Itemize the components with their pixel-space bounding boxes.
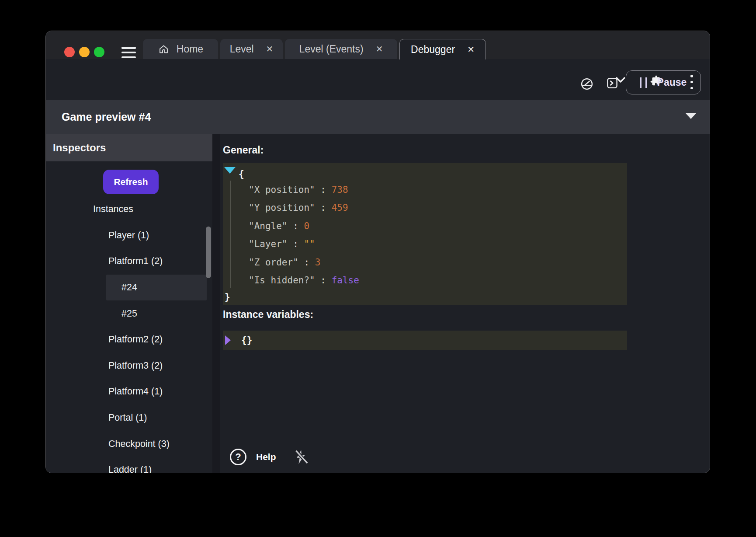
- tree-item-platform3-2[interactable]: Platform3 (2): [46, 353, 212, 379]
- tree-item-label: Platform4 (1): [108, 386, 163, 397]
- open-brace: {: [239, 168, 244, 180]
- tree-item-label: #24: [121, 282, 137, 293]
- instance-variables-label: Instance variables:: [223, 309, 313, 321]
- general-section-label: General:: [223, 144, 264, 156]
- tree-item-label: Ladder (1): [108, 464, 152, 473]
- property-list: "X position" : 738"Y position" : 459"Ang…: [249, 181, 359, 289]
- game-preview-label: Game preview #4: [62, 100, 151, 134]
- title-tab-bar: Home Level ✕ Level (Events) ✕ Debugger ✕: [46, 31, 710, 59]
- flash-off-icon[interactable]: [293, 448, 310, 466]
- property-separator: :: [315, 202, 332, 213]
- property-key: "Z order": [249, 257, 298, 268]
- collapse-arrow-icon[interactable]: [224, 167, 236, 174]
- hamburger-menu-icon[interactable]: [121, 47, 136, 58]
- property-row[interactable]: "Angle" : 0: [249, 217, 359, 235]
- instance-variables-value: {}: [241, 335, 252, 346]
- instances-tree: InstancesPlayer (1)Platform1 (2)#24#25Pl…: [46, 196, 212, 473]
- app-window: Home Level ✕ Level (Events) ✕ Debugger ✕: [45, 31, 710, 473]
- property-row[interactable]: "Is hidden?" : false: [249, 272, 359, 289]
- property-row[interactable]: "Y position" : 459: [249, 199, 359, 217]
- help-icon: ?: [230, 449, 246, 465]
- property-value: 459: [332, 202, 348, 213]
- property-separator: :: [315, 275, 332, 286]
- tree-item-portal-1[interactable]: Portal (1): [46, 405, 212, 431]
- close-icon[interactable]: ✕: [376, 44, 383, 54]
- tree-item-platform4-1[interactable]: Platform4 (1): [46, 379, 212, 405]
- property-separator: :: [288, 239, 304, 249]
- inspectors-header: Inspectors: [46, 134, 212, 161]
- close-icon[interactable]: ✕: [266, 44, 274, 54]
- sidebar-divider: [212, 134, 220, 473]
- property-separator: :: [298, 257, 315, 268]
- tree-item-label: Platform2 (2): [108, 334, 163, 345]
- tree-item-instances[interactable]: Instances: [46, 196, 212, 223]
- sidebar-scrollbar-thumb[interactable]: [206, 227, 211, 278]
- property-row[interactable]: "X position" : 738: [249, 181, 359, 199]
- property-key: "Is hidden?": [249, 275, 315, 286]
- pause-icon: [640, 77, 647, 88]
- pause-button[interactable]: Pause: [626, 70, 701, 94]
- refresh-button[interactable]: Refresh: [103, 170, 159, 194]
- tree-item-player-1[interactable]: Player (1): [46, 223, 212, 249]
- tree-item-label: #25: [121, 308, 137, 319]
- tree-item-platform1-2[interactable]: Platform1 (2): [46, 248, 212, 275]
- property-separator: :: [315, 185, 332, 195]
- tab-level-events[interactable]: Level (Events) ✕: [285, 39, 397, 59]
- tree-item-label: Player (1): [108, 230, 149, 241]
- tree-item-label: Checkpoint (3): [108, 439, 170, 450]
- property-key: "Angle": [249, 221, 288, 231]
- tab-debugger[interactable]: Debugger ✕: [399, 39, 486, 59]
- tree-item-platform2-2[interactable]: Platform2 (2): [46, 327, 212, 353]
- tree-item-label: Platform1 (2): [108, 256, 163, 267]
- tree-item-25[interactable]: #25: [46, 300, 212, 327]
- property-separator: :: [288, 221, 304, 231]
- console-icon[interactable]: [606, 77, 619, 90]
- minimize-window-button[interactable]: [79, 47, 90, 57]
- dropdown-caret-icon: [686, 113, 696, 119]
- inspectors-title: Inspectors: [53, 134, 106, 161]
- help-button-label: Help: [256, 452, 276, 462]
- general-properties-json: { "X position" : 738"Y position" : 459"A…: [223, 163, 627, 305]
- property-key: "Y position": [249, 202, 315, 213]
- tree-item-checkpoint-3[interactable]: Checkpoint (3): [46, 431, 212, 457]
- property-value: 738: [332, 185, 348, 195]
- instance-variables-json[interactable]: {}: [223, 331, 627, 350]
- property-key: "Layer": [249, 239, 288, 249]
- help-button[interactable]: ? Help: [230, 449, 276, 465]
- tab-label: Home: [177, 43, 203, 55]
- property-value: 0: [304, 221, 309, 231]
- tree-item-24[interactable]: #24: [46, 275, 212, 301]
- zoom-window-button[interactable]: [94, 47, 104, 57]
- tab-label: Level (Events): [299, 43, 364, 55]
- footer-row: ? Help: [230, 448, 310, 466]
- inspector-panel: General: { "X position" : 738"Y position…: [220, 134, 710, 473]
- pause-button-label: Pause: [657, 77, 687, 88]
- property-row[interactable]: "Layer" : "": [249, 235, 359, 253]
- home-icon: [158, 43, 170, 55]
- close-brace: }: [225, 291, 230, 303]
- tab-label: Debugger: [411, 44, 455, 56]
- inspectors-sidebar: Inspectors Refresh InstancesPlayer (1)Pl…: [46, 134, 212, 473]
- property-key: "X position": [249, 185, 315, 195]
- tree-item-ladder-1[interactable]: Ladder (1): [46, 457, 212, 473]
- close-window-button[interactable]: [64, 47, 75, 57]
- property-row[interactable]: "Z order" : 3: [249, 254, 359, 272]
- close-icon[interactable]: ✕: [467, 44, 475, 55]
- tab-level[interactable]: Level ✕: [220, 39, 283, 59]
- tab-strip: Home Level ✕ Level (Events) ✕ Debugger ✕: [143, 39, 486, 59]
- game-preview-selector[interactable]: Game preview #4: [46, 100, 710, 134]
- tree-item-label: Instances: [93, 204, 133, 215]
- tree-item-label: Portal (1): [108, 412, 147, 423]
- tree-guide-line: [230, 181, 231, 288]
- traffic-lights: [64, 47, 104, 57]
- profiler-gauge-icon[interactable]: [580, 77, 593, 91]
- tree-item-label: Platform3 (2): [108, 360, 163, 371]
- property-value: 3: [315, 257, 321, 268]
- tab-label: Level: [230, 43, 254, 55]
- expand-arrow-icon[interactable]: [225, 335, 231, 345]
- property-value: "": [304, 239, 315, 249]
- property-value: false: [332, 275, 359, 286]
- tab-home[interactable]: Home: [143, 39, 218, 59]
